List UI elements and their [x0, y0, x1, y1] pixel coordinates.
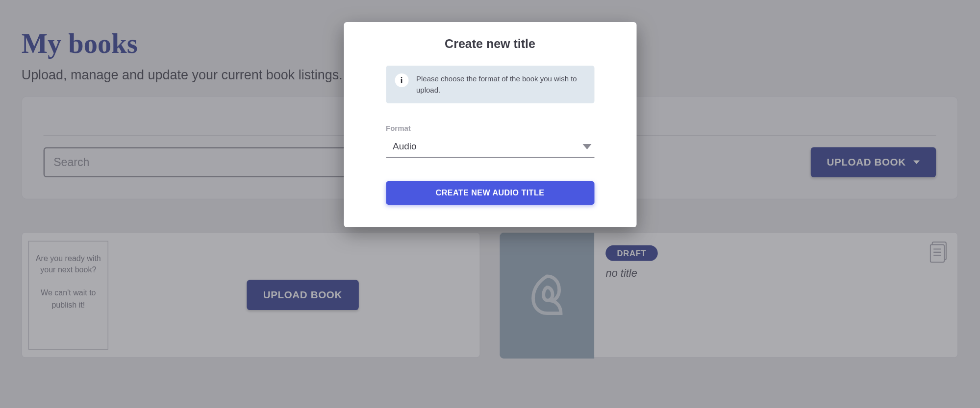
- info-icon: i: [395, 73, 408, 87]
- modal-title: Create new title: [386, 37, 594, 51]
- format-value: Audio: [393, 141, 417, 152]
- create-title-button[interactable]: CREATE NEW AUDIO TITLE: [386, 181, 594, 205]
- info-text: Please choose the format of the book you…: [416, 73, 585, 96]
- create-title-modal: Create new title i Please choose the for…: [344, 22, 636, 227]
- format-select[interactable]: Audio: [386, 138, 594, 158]
- info-box: i Please choose the format of the book y…: [386, 66, 594, 103]
- format-label: Format: [386, 124, 594, 132]
- chevron-down-icon: [582, 144, 591, 149]
